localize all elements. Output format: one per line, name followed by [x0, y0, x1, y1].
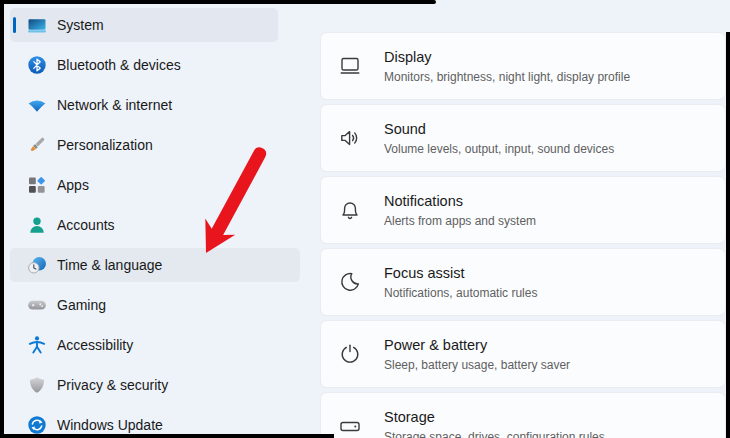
sidebar-item-accounts[interactable]: Accounts: [10, 208, 300, 242]
card-subtitle: Sleep, battery usage, battery saver: [384, 358, 570, 372]
settings-window: System Bluetooth & devices Network & int…: [0, 0, 730, 438]
sidebar-item-accessibility[interactable]: Accessibility: [10, 328, 300, 362]
screenshot-border-top: [0, 0, 436, 4]
accessibility-icon: [27, 335, 47, 355]
card-subtitle: Monitors, brightness, night light, displ…: [384, 70, 630, 84]
sidebar-item-gaming[interactable]: Gaming: [10, 288, 300, 322]
sound-icon: [338, 126, 362, 150]
card-subtitle: Notifications, automatic rules: [384, 286, 537, 300]
sidebar-item-privacy-security[interactable]: Privacy & security: [10, 368, 300, 402]
storage-icon: [338, 414, 362, 438]
sidebar-item-label: Network & internet: [57, 97, 172, 113]
sidebar-item-system[interactable]: System: [10, 8, 278, 42]
personalization-icon: [27, 135, 47, 155]
system-icon: [27, 15, 47, 35]
settings-card-power-battery[interactable]: Power & battery Sleep, battery usage, ba…: [320, 320, 726, 388]
sidebar-item-bluetooth-devices[interactable]: Bluetooth & devices: [10, 48, 300, 82]
bluetooth-icon: [27, 55, 47, 75]
sidebar-item-label: Bluetooth & devices: [57, 57, 181, 73]
settings-card-display[interactable]: Display Monitors, brightness, night ligh…: [320, 32, 726, 100]
network-icon: [27, 95, 47, 115]
time-language-icon: [27, 255, 47, 275]
screenshot-border-right: [726, 32, 730, 438]
card-title: Notifications: [384, 192, 536, 210]
apps-icon: [27, 175, 47, 195]
settings-card-storage[interactable]: Storage Storage space, drives, configura…: [320, 392, 726, 438]
sidebar-item-label: Time & language: [57, 257, 162, 273]
sidebar-item-apps[interactable]: Apps: [10, 168, 300, 202]
display-icon: [338, 54, 362, 78]
screenshot-border-bottom: [0, 434, 334, 438]
card-title: Storage: [384, 408, 605, 426]
sidebar-item-time-language[interactable]: Time & language: [10, 248, 300, 282]
card-title: Power & battery: [384, 336, 570, 354]
sidebar-item-label: Personalization: [57, 137, 153, 153]
sidebar-item-label: Accessibility: [57, 337, 133, 353]
card-subtitle: Alerts from apps and system: [384, 214, 536, 228]
settings-card-sound[interactable]: Sound Volume levels, output, input, soun…: [320, 104, 726, 172]
settings-card-focus-assist[interactable]: Focus assist Notifications, automatic ru…: [320, 248, 726, 316]
focus-assist-icon: [338, 270, 362, 294]
power-icon: [338, 342, 362, 366]
sidebar-item-personalization[interactable]: Personalization: [10, 128, 300, 162]
notifications-icon: [338, 198, 362, 222]
selected-accent-pill: [13, 17, 16, 33]
sidebar-item-label: Accounts: [57, 217, 115, 233]
windows-update-icon: [27, 415, 47, 435]
privacy-security-icon: [27, 375, 47, 395]
sidebar-item-label: Privacy & security: [57, 377, 168, 393]
card-subtitle: Volume levels, output, input, sound devi…: [384, 142, 614, 156]
card-title: Focus assist: [384, 264, 537, 282]
sidebar-item-network-internet[interactable]: Network & internet: [10, 88, 300, 122]
settings-card-notifications[interactable]: Notifications Alerts from apps and syste…: [320, 176, 726, 244]
sidebar-item-label: System: [57, 17, 104, 33]
sidebar-item-label: Apps: [57, 177, 89, 193]
accounts-icon: [27, 215, 47, 235]
card-subtitle: Storage space, drives, configuration rul…: [384, 430, 605, 438]
card-title: Sound: [384, 120, 614, 138]
card-title: Display: [384, 48, 630, 66]
sidebar-item-label: Windows Update: [57, 417, 163, 433]
sidebar-item-label: Gaming: [57, 297, 106, 313]
gaming-icon: [27, 295, 47, 315]
screenshot-border-left: [0, 0, 4, 438]
